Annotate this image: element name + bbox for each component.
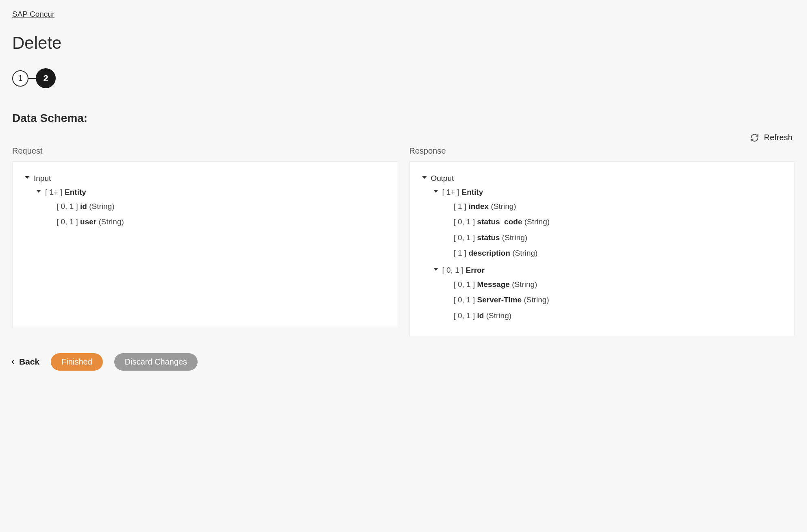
wizard-stepper: 1 2	[12, 68, 795, 88]
field-name: status	[477, 233, 500, 242]
tree-leaf: [ 1 ] description (String)	[442, 245, 785, 261]
finished-button[interactable]: Finished	[51, 353, 103, 371]
tree-leaf: [ 0, 1 ] Message (String)	[442, 277, 785, 292]
cardinality-label: [ 0, 1 ]	[454, 295, 475, 304]
field-type: (String)	[486, 311, 511, 320]
response-header: Response	[409, 146, 795, 156]
back-button[interactable]: Back	[12, 357, 39, 367]
cardinality-label: [ 0, 1 ]	[454, 280, 475, 289]
tree-leaf: [ 0, 1 ] status (String)	[442, 230, 785, 245]
tree-node-label: Error	[466, 266, 485, 274]
field-name: Message	[477, 280, 510, 289]
tree-node-label: Input	[34, 174, 51, 182]
request-tree: Input [ 1+ ] Entity [ 0, 1 ]	[22, 171, 388, 233]
field-name: index	[468, 202, 489, 211]
field-name: Id	[477, 311, 484, 320]
step-1[interactable]: 1	[12, 70, 28, 87]
response-tree: Output [ 1+ ] Entity [ 1 ]	[420, 171, 785, 327]
tree-leaf: [ 0, 1 ] Id (String)	[442, 308, 785, 324]
field-type: (String)	[524, 295, 549, 304]
refresh-button[interactable]: Refresh	[12, 133, 795, 142]
request-panel: Input [ 1+ ] Entity [ 0, 1 ]	[12, 161, 398, 328]
request-header: Request	[12, 146, 398, 156]
discard-changes-button[interactable]: Discard Changes	[114, 353, 198, 371]
field-type: (String)	[512, 280, 537, 289]
cardinality-label: [ 0, 1 ]	[57, 202, 78, 211]
tree-leaf: [ 0, 1 ] user (String)	[45, 214, 388, 230]
field-type: (String)	[491, 202, 516, 211]
step-connector	[28, 78, 36, 79]
tree-leaf: [ 0, 1 ] Server-Time (String)	[442, 292, 785, 308]
field-name: Server-Time	[477, 295, 522, 304]
cardinality-label: [ 1 ]	[454, 249, 467, 257]
tree-node-entity[interactable]: [ 1+ ] Entity [ 0, 1 ] id	[34, 185, 388, 231]
field-type: (String)	[502, 233, 527, 242]
tree-node-label: Entity	[462, 188, 483, 196]
field-name: status_code	[477, 217, 522, 226]
cardinality-label: [ 1+ ]	[442, 188, 460, 196]
cardinality-label: [ 0, 1 ]	[57, 217, 78, 226]
cardinality-label: [ 1+ ]	[45, 188, 63, 196]
field-name: user	[80, 217, 96, 226]
cardinality-label: [ 0, 1 ]	[454, 217, 475, 226]
field-type: (String)	[89, 202, 114, 211]
tree-node-label: Entity	[65, 188, 86, 196]
back-label: Back	[19, 357, 39, 367]
breadcrumb-link[interactable]: SAP Concur	[12, 10, 54, 18]
tree-node-entity[interactable]: [ 1+ ] Entity [ 1 ] index	[431, 185, 785, 263]
refresh-label: Refresh	[764, 133, 792, 142]
refresh-icon	[750, 133, 759, 142]
section-title: Data Schema:	[12, 112, 795, 125]
cardinality-label: [ 1 ]	[454, 202, 467, 211]
field-name: description	[468, 249, 510, 257]
cardinality-label: [ 0, 1 ]	[442, 266, 464, 274]
tree-node-output[interactable]: Output [ 1+ ] Entity [ 1 ]	[420, 171, 785, 327]
tree-leaf: [ 0, 1 ] id (String)	[45, 199, 388, 214]
cardinality-label: [ 0, 1 ]	[454, 311, 475, 320]
tree-leaf: [ 0, 1 ] status_code (String)	[442, 214, 785, 230]
cardinality-label: [ 0, 1 ]	[454, 233, 475, 242]
field-name: id	[80, 202, 87, 211]
response-panel: Output [ 1+ ] Entity [ 1 ]	[409, 161, 795, 336]
field-type: (String)	[99, 217, 124, 226]
page-title: Delete	[12, 33, 795, 53]
field-type: (String)	[524, 217, 550, 226]
tree-node-input[interactable]: Input [ 1+ ] Entity [ 0, 1 ]	[22, 171, 388, 233]
tree-leaf: [ 1 ] index (String)	[442, 199, 785, 214]
chevron-left-icon	[11, 359, 17, 365]
field-type: (String)	[512, 249, 537, 257]
tree-node-label: Output	[431, 174, 454, 182]
tree-node-error[interactable]: [ 0, 1 ] Error [ 0, 1 ] Message	[431, 263, 785, 325]
step-2[interactable]: 2	[36, 68, 56, 88]
